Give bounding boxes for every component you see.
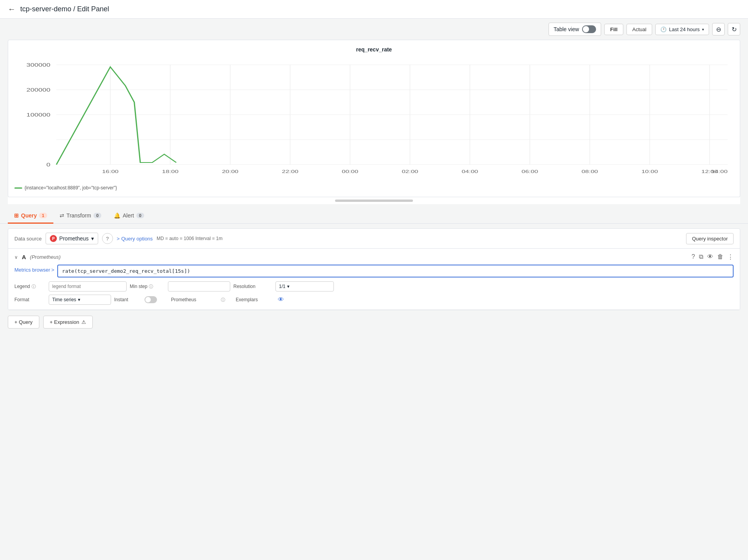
min-step-input[interactable] [168,281,230,291]
instant-toggle[interactable] [145,296,157,303]
query-input[interactable] [57,265,734,277]
legend-input[interactable] [49,281,127,291]
zoom-out-button[interactable]: ⊖ [712,23,725,35]
metrics-browser-row: Metrics browser > [14,265,734,277]
chart-title: req_recv_rate [14,46,734,53]
time-range-picker[interactable]: 🕐 Last 24 hours ▾ [655,24,709,35]
format-select[interactable]: Time series ▾ [49,295,111,305]
exemplars-label: Exemplars [236,297,275,302]
top-bar: ← tcp-server-demo / Edit Panel [0,0,748,19]
transform-tab-badge: 0 [94,213,101,218]
legend-info-icon[interactable]: ⓘ [32,284,36,290]
expression-warning-icon: ⚠ [81,319,86,325]
query-meta: MD = auto = 1006 Interval = 1m [157,236,682,241]
svg-text:04:00: 04:00 [462,169,478,174]
datasource-bar: Data source P Prometheus ▾ ? > Query opt… [8,229,740,249]
svg-text:200000: 200000 [26,87,51,92]
min-step-info-icon[interactable]: ⓘ [149,284,153,290]
tabs-section: ⊞ Query 1 ⇄ Transform 0 🔔 Alert 0 [0,204,748,224]
query-more-icon[interactable]: ⋮ [727,253,734,261]
chart-scrollbar[interactable] [335,200,413,202]
resolution-chevron-icon: ▾ [287,284,289,289]
bottom-bar: + Query + Expression ⚠ [0,310,748,334]
refresh-button[interactable]: ↻ [728,23,740,35]
format-chevron-icon: ▾ [78,297,80,302]
transform-tab-icon: ⇄ [60,212,64,219]
table-view-label: Table view [554,26,579,32]
query-section: Data source P Prometheus ▾ ? > Query opt… [8,228,740,310]
query-hide-icon[interactable]: 👁 [707,253,713,261]
metrics-browser-label: Metrics browser [14,267,50,273]
fill-button[interactable]: Fill [604,24,623,35]
query-header: ∨ A (Prometheus) ? ⧉ 👁 🗑 ⋮ [14,253,734,261]
query-delete-icon[interactable]: 🗑 [717,253,723,261]
back-button[interactable]: ← [8,5,16,14]
svg-text:08:00: 08:00 [582,169,598,174]
tab-transform[interactable]: ⇄ Transform 0 [53,208,108,224]
datasource-select[interactable]: P Prometheus ▾ [46,233,98,244]
query-options-button[interactable]: > Query options [117,236,153,242]
query-help-icon[interactable]: ? [692,253,695,261]
resolution-label: Resolution [233,284,272,289]
legend-color-swatch [14,187,22,189]
prometheus-label: Prometheus [171,297,218,302]
add-expression-label: + Expression [50,319,79,325]
instant-label: Instant [114,297,141,302]
tabs: ⊞ Query 1 ⇄ Transform 0 🔔 Alert 0 [8,204,740,223]
tab-alert[interactable]: 🔔 Alert 0 [108,208,150,224]
legend-label: {instance="localhost:8889", job="tcp-ser… [25,185,117,191]
transform-tab-label: Transform [67,212,91,219]
legend-label: Legend ⓘ [14,284,46,290]
datasource-name: Prometheus [59,235,88,242]
alert-tab-icon: 🔔 [114,212,120,219]
svg-text:300000: 300000 [26,62,51,67]
actual-button[interactable]: Actual [626,24,652,35]
query-inspector-button[interactable]: Query inspector [686,233,734,244]
table-view-toggle[interactable] [582,25,596,33]
alert-tab-label: Alert [123,212,134,219]
svg-text:100000: 100000 [26,112,51,117]
metrics-browser-chevron: > [51,267,55,273]
svg-text:02:00: 02:00 [402,169,418,174]
svg-text:22:00: 22:00 [282,169,298,174]
svg-text:14:00: 14:00 [711,169,727,174]
fields-row-2: Format Time series ▾ Instant Prometheus … [14,295,734,305]
datasource-chevron-icon: ▾ [91,235,94,242]
tab-query[interactable]: ⊞ Query 1 [8,208,53,224]
svg-text:20:00: 20:00 [222,169,238,174]
exemplars-eye-icon[interactable]: 👁 [278,296,293,303]
format-label: Format [14,297,46,302]
table-view-control: Table view [549,23,601,36]
chart-scrollbar-area [8,197,740,204]
resolution-select[interactable]: 1/1 ▾ [275,281,334,291]
metrics-browser-button[interactable]: Metrics browser > [14,265,54,273]
svg-text:10:00: 10:00 [641,169,658,174]
query-options-label: Query options [121,236,153,242]
svg-text:00:00: 00:00 [342,169,358,174]
query-id: A [22,254,26,260]
collapse-button[interactable]: ∨ [14,254,18,260]
clock-icon: 🕐 [660,26,667,32]
toolbar: Table view Fill Actual 🕐 Last 24 hours ▾… [0,19,748,40]
svg-text:18:00: 18:00 [162,169,178,174]
svg-text:16:00: 16:00 [102,169,118,174]
min-step-label: Min step ⓘ [130,284,165,290]
page-title: tcp-server-demo / Edit Panel [20,5,109,13]
alert-tab-badge: 0 [136,213,144,218]
prometheus-info-icon[interactable]: ⓘ [221,297,233,303]
query-tab-label: Query [21,212,37,219]
datasource-help-button[interactable]: ? [102,233,113,244]
svg-text:06:00: 06:00 [522,169,538,174]
query-copy-icon[interactable]: ⧉ [699,253,703,261]
add-query-button[interactable]: + Query [8,316,39,329]
add-expression-button[interactable]: + Expression ⚠ [43,316,93,329]
datasource-label: Data source [14,236,42,242]
fields-row-1: Legend ⓘ Min step ⓘ Resolution 1/1 ▾ [14,281,734,291]
query-row-a: ∨ A (Prometheus) ? ⧉ 👁 🗑 ⋮ Metrics brows… [8,249,740,310]
chevron-down-icon: ▾ [702,27,704,32]
svg-text:0: 0 [46,162,50,167]
query-tab-badge: 1 [39,213,47,218]
query-source: (Prometheus) [30,254,61,260]
chart-legend: {instance="localhost:8889", job="tcp-ser… [14,181,734,191]
instant-toggle-knob [145,297,151,302]
